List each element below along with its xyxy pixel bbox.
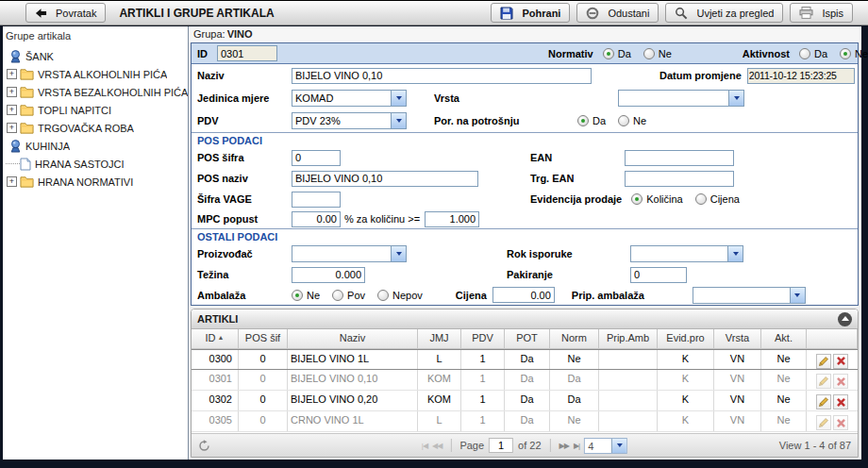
first-page-button[interactable]: |◀ xyxy=(422,442,427,450)
jedinica-mjere-value: KOMAD xyxy=(292,91,391,106)
table-row[interactable]: 0301 0 BIJELO VINO 0,10 KOM 1 Da Da K VN… xyxy=(192,370,858,391)
page-number-input[interactable] xyxy=(489,438,513,453)
next-page-button[interactable]: ▶▶ xyxy=(559,442,569,450)
jedinica-mjere-dropdown[interactable]: KOMAD xyxy=(292,90,407,107)
cijena-field[interactable] xyxy=(492,287,555,303)
cancel-button-label: Odustani xyxy=(608,8,649,19)
prev-page-button[interactable]: ◀◀ xyxy=(432,442,442,450)
ean-field[interactable] xyxy=(625,150,734,166)
edit-row-button[interactable] xyxy=(816,394,831,410)
ambalaza-nepov-radio[interactable] xyxy=(377,290,389,301)
column-header-norm[interactable]: Norm xyxy=(550,329,599,348)
top-toolbar: Povratak ARTIKLI I GRUPE ARTIKALA Pohran… xyxy=(0,0,868,25)
evidencija-kolicina-label: Količina xyxy=(646,193,683,205)
cancel-button[interactable]: Odustani xyxy=(576,3,659,23)
cell-pos-sif: 0 xyxy=(239,411,288,431)
column-header-id[interactable]: ID▲ xyxy=(192,329,239,348)
column-header-evid-pro[interactable]: Evid.pro xyxy=(658,329,714,348)
rok-isporuke-value xyxy=(631,246,727,261)
tree-item-vrsta-alkoholnih-pica[interactable]: + VRSTA ALKOHOLNIH PIĆA xyxy=(6,65,188,83)
naziv-field[interactable] xyxy=(292,68,592,84)
rok-isporuke-dropdown[interactable] xyxy=(630,245,743,262)
application-window: Povratak ARTIKLI I GRUPE ARTIKALA Pohran… xyxy=(0,0,868,468)
pakiranje-field[interactable] xyxy=(630,267,687,283)
column-header-pos-sif[interactable]: POS šif xyxy=(239,329,288,348)
column-header-naziv[interactable]: Naziv xyxy=(288,329,418,348)
evidencija-kolicina-radio[interactable] xyxy=(631,193,643,205)
edit-row-button[interactable] xyxy=(816,415,831,430)
article-form: ID Normativ Da Ne Aktivnost Da Ne Naziv xyxy=(191,42,859,306)
table-row[interactable]: 0305 0 CRNO VINO 1L L 1 Da Ne K VN Ne xyxy=(192,411,858,432)
back-button[interactable]: Povratak xyxy=(25,3,106,23)
proizvodac-dropdown[interactable] xyxy=(292,245,407,262)
por-na-potrosnju-da-radio[interactable] xyxy=(577,115,589,126)
expand-plus-icon[interactable]: + xyxy=(7,176,17,187)
cell-prip-amb xyxy=(599,350,658,369)
tree-item-hrana-sastojci[interactable]: HRANA SASTOJCI xyxy=(6,155,188,173)
cell-id: 0301 xyxy=(192,370,239,390)
aktivnost-ne-radio[interactable] xyxy=(840,48,851,59)
edit-row-button[interactable] xyxy=(816,374,831,389)
refresh-button[interactable] xyxy=(198,440,210,452)
vrsta-dropdown[interactable] xyxy=(618,90,744,107)
tree-item-topli-napitci[interactable]: + TOPLI NAPITCI xyxy=(6,101,188,119)
column-header-prip-amb[interactable]: Prip.Amb xyxy=(599,329,658,348)
tree-item-vrsta-bezalkoholnih-pica[interactable]: + VRSTA BEZALKOHOLNIH PIĆA xyxy=(6,83,188,101)
evidencija-cijena-radio[interactable] xyxy=(695,193,707,205)
mpc-kolicina-field[interactable] xyxy=(425,211,479,227)
pos-sifra-field[interactable] xyxy=(292,150,341,166)
column-header-pdv[interactable]: PDV xyxy=(461,329,505,348)
mpc-popust-field[interactable] xyxy=(292,211,341,227)
column-header-jmj[interactable]: JMJ xyxy=(418,329,461,348)
ambalaza-ne-radio[interactable] xyxy=(292,290,303,301)
normativ-ne-radio[interactable] xyxy=(643,48,655,59)
last-page-button[interactable]: ▶| xyxy=(574,442,579,450)
normativ-da-radio[interactable] xyxy=(603,48,614,59)
cell-id: 0305 xyxy=(192,411,239,431)
prip-ambalaza-dropdown[interactable] xyxy=(693,287,806,304)
column-header-vrsta[interactable]: Vrsta xyxy=(714,329,761,348)
tezina-label: Težina xyxy=(192,269,292,280)
tree-item-sank[interactable]: ŠANK xyxy=(6,47,188,65)
trg-ean-field[interactable] xyxy=(625,171,734,187)
expand-plus-icon[interactable]: + xyxy=(7,69,17,79)
pdv-dropdown[interactable]: PDV 23% xyxy=(292,112,407,129)
tree-connector-line xyxy=(6,163,20,164)
main-area: Grupa:VINO ID Normativ Da Ne Aktivnost D… xyxy=(189,26,861,460)
print-button[interactable]: Ispis xyxy=(790,3,853,23)
save-button[interactable]: Pohrani xyxy=(491,3,570,23)
pos-naziv-field[interactable] xyxy=(292,171,478,187)
delete-row-button[interactable] xyxy=(833,415,848,430)
expand-plus-icon[interactable]: + xyxy=(7,123,17,133)
sort-asc-icon: ▲ xyxy=(218,334,225,341)
tezina-field[interactable] xyxy=(292,267,365,283)
collapse-panel-button[interactable] xyxy=(838,312,852,326)
delete-row-button[interactable] xyxy=(833,394,848,410)
sifra-vage-field[interactable] xyxy=(292,192,341,208)
edit-pencil-icon xyxy=(818,376,829,387)
table-row[interactable]: 0302 0 BIJELO VINO 0,20 KOM 1 Da Da K VN… xyxy=(192,391,858,411)
column-header-pot[interactable]: POT xyxy=(505,329,550,348)
cell-naziv: CRNO VINO 1L xyxy=(288,411,418,431)
cell-vrsta: VN xyxy=(714,411,761,431)
tree-item-hrana-normativi[interactable]: + HRANA NORMATIVI xyxy=(6,173,188,191)
jedinica-mjere-row: Jedinica mjere KOMAD Vrsta xyxy=(192,87,858,109)
cell-akt: Ne xyxy=(761,391,807,410)
pdv-row: PDV PDV 23% Por. na potrošnju Da Ne xyxy=(192,109,858,132)
tree-item-kuhinja[interactable]: KUHINJA xyxy=(6,137,188,155)
aktivnost-da-radio[interactable] xyxy=(799,48,810,59)
expand-plus-icon[interactable]: + xyxy=(7,105,17,115)
table-row[interactable]: 0300 0 BIJELO VINO 1L L 1 Da Ne K VN Ne xyxy=(192,349,858,370)
ambalaza-pov-radio[interactable] xyxy=(332,290,343,301)
delete-row-button[interactable] xyxy=(833,374,848,389)
page-size-dropdown[interactable]: 4 xyxy=(584,438,627,454)
column-header-akt[interactable]: Akt. xyxy=(761,329,807,348)
view-conditions-button[interactable]: Uvjeti za pregled xyxy=(665,3,783,23)
edit-row-button[interactable] xyxy=(816,354,831,369)
cell-pos-sif: 0 xyxy=(239,391,288,410)
delete-row-button[interactable] xyxy=(833,354,848,369)
expand-plus-icon[interactable]: + xyxy=(7,87,17,97)
ambalaza-ne-label: Ne xyxy=(307,290,320,301)
por-na-potrosnju-ne-radio[interactable] xyxy=(618,115,629,126)
tree-item-trgovacka-roba[interactable]: + TRGOVAČKA ROBA xyxy=(6,119,188,137)
